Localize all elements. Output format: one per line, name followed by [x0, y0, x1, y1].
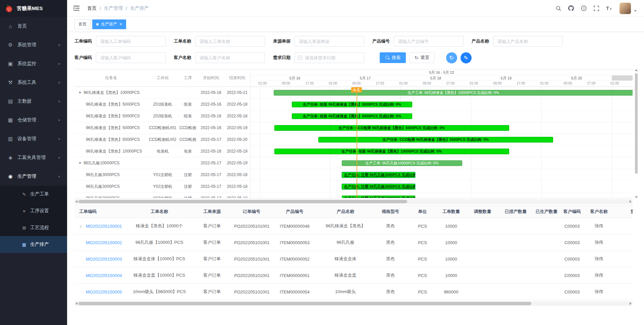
github-icon[interactable]	[568, 5, 574, 11]
help-icon[interactable]: ?	[581, 5, 587, 11]
sidebar-item[interactable]: ◉生产管理∧	[0, 167, 67, 186]
breadcrumb-item[interactable]: 首页	[87, 5, 97, 11]
sidebar-item[interactable]: ⚒系统工具∨	[0, 73, 67, 92]
gantt-horizontal-scrollbar[interactable]	[74, 199, 633, 204]
sidebar-subitem[interactable]: ▦生产排产	[0, 236, 67, 253]
gantt-task-bar[interactable]: 生产任务: 注塑 96孔孔板3000PCS 完成比例: 0%	[342, 172, 415, 178]
sidebar-item[interactable]: ▣系统监控∨	[0, 54, 67, 73]
breadcrumb-item[interactable]: 生产管理	[104, 5, 123, 11]
gantt-hour-label: 01:00	[399, 81, 408, 86]
orders-cell: MO202205150002	[74, 234, 127, 251]
gantt-cell: 2022-05-16	[198, 114, 224, 118]
filter-input[interactable]	[294, 36, 364, 47]
scroll-right-arrow-icon[interactable]	[630, 302, 632, 305]
orders-cell: 移液盒盒体	[319, 251, 372, 267]
gantt-task-bar[interactable]: 生产任务: 注塑 96孔孔板3000PCS 完成比例: 0%	[342, 184, 415, 189]
user-menu-caret-icon[interactable]	[634, 10, 637, 12]
tab-active[interactable]: 生产排产×	[92, 19, 126, 29]
edit-circle-button[interactable]: ✎	[461, 52, 472, 63]
gantt-order-bar[interactable]: 生产工单: 96孔孔板10000PCS 完成比例: 0%	[342, 160, 462, 166]
fullscreen-icon[interactable]	[594, 6, 599, 11]
filter-input[interactable]	[195, 52, 265, 63]
sidebar-item[interactable]: ▦仓储管理∨	[0, 111, 67, 129]
filter-input[interactable]	[96, 52, 166, 63]
orders-cell: 10000	[436, 234, 466, 251]
gantt-column-header: 工序	[178, 75, 198, 81]
gantt-day-label: 5月 17	[360, 75, 371, 81]
gantt-cell: 2022-05-16	[198, 125, 224, 130]
scrollbar-thumb[interactable]	[635, 73, 638, 174]
tab-close-icon[interactable]: ×	[119, 22, 122, 26]
refresh-circle-button[interactable]: ↻	[446, 52, 457, 63]
orders-cell: 202	[614, 218, 633, 234]
gantt-cell: 包装机	[148, 149, 178, 154]
scroll-right-arrow-icon[interactable]	[630, 200, 632, 203]
filter-input[interactable]	[493, 36, 563, 47]
tab-active-dot	[96, 23, 99, 25]
scrollbar-thumb[interactable]	[78, 200, 407, 203]
scrollbar-thumb[interactable]	[78, 302, 531, 305]
gear-icon: ⚙	[7, 42, 13, 48]
breadcrumb-item: 生产排产	[130, 5, 149, 11]
gantt-column-header: 任务名	[74, 75, 148, 81]
search-icon[interactable]	[556, 6, 561, 11]
gantt-task-bar[interactable]: 生产任务: 包装 96孔移液盒【黑色】10000PCS 完成比例: 0%	[274, 149, 509, 154]
filter-input[interactable]	[96, 36, 166, 47]
sidebar-item[interactable]: ⌂首页	[0, 17, 67, 36]
gantt-task-bar[interactable]: 生产任务: CCD检测 96孔移液盒【黑色】5000PCS 完成比例: 0%	[274, 125, 509, 131]
gantt-task-bar[interactable]: 生产任务: CCD检测 96孔移液盒【黑色】5000PCS 完成比例: 0%	[318, 137, 553, 143]
gantt-task-bar[interactable]: 生产任务: 组装 96孔移液盒【黑色】5000PCS 完成比例: 0%	[292, 113, 412, 119]
gantt-day-label: 5月 18	[430, 75, 441, 81]
scroll-left-arrow-icon[interactable]	[75, 302, 77, 305]
work-order-link[interactable]: MO202205150004	[86, 273, 122, 278]
sidebar-item[interactable]: ▥设备管理∨	[0, 129, 67, 148]
collapse-icon[interactable]: ▼	[78, 161, 82, 165]
orders-cell: 张伟	[584, 218, 614, 234]
orders-cell: 张伟	[584, 267, 614, 284]
orders-cell: 移液盒盒体【10000】PCS	[127, 251, 191, 267]
work-order-link[interactable]: MO202205150005	[86, 289, 122, 294]
sidebar-subitem[interactable]: ≡工序设置	[0, 203, 67, 219]
sidebar-toggle-icon[interactable]	[67, 6, 86, 11]
reset-button[interactable]: ↻重置	[409, 52, 435, 63]
monitor-icon: ▣	[7, 61, 13, 67]
app-logo[interactable]: 苦糖果MES	[0, 0, 67, 17]
scroll-down-arrow-icon[interactable]	[635, 196, 638, 198]
sidebar-item[interactable]: ◈工装夹具管理∨	[0, 148, 67, 167]
font-size-icon[interactable]: TT	[606, 6, 612, 11]
gantt-order-bar[interactable]: 生产工单: 96孔移液盒【黑色】10000PCS 完成比例: 0%	[274, 90, 633, 96]
gantt-cell: Z02组装机	[148, 113, 178, 119]
sidebar-item-label: 首页	[17, 23, 27, 29]
search-icon	[385, 55, 390, 60]
gantt-task-bar[interactable]: 生产任务: 组装 96孔移液盒【黑色】5000PCS 完成比例: 0%	[292, 102, 412, 107]
filter-input[interactable]	[394, 36, 464, 47]
scroll-up-arrow-icon[interactable]	[635, 69, 638, 71]
work-order-link[interactable]: MO202205150002	[86, 240, 122, 245]
work-order-link[interactable]: MO202205150003	[86, 257, 122, 262]
sidebar-item[interactable]: ▤主数据∨	[0, 92, 67, 111]
gantt-cell: 2022-05-18	[224, 114, 250, 118]
orders-cell	[499, 234, 533, 251]
tab[interactable]: 首页	[74, 19, 91, 29]
row-expand-icon[interactable]: ∨	[79, 224, 86, 229]
orders-cell: ITEM00000054	[270, 284, 319, 300]
search-button[interactable]: 搜索	[380, 52, 406, 63]
avatar[interactable]	[620, 3, 631, 14]
filter-input[interactable]	[195, 36, 265, 47]
gantt-cell: 包装	[178, 149, 198, 154]
sidebar-subitem[interactable]: ✎生产工单	[0, 186, 67, 203]
gantt-task-name: 96孔移液盒【黑色】5000PCS	[74, 102, 148, 107]
orders-row: MO202205150004移液盒盒盖【10000】PCS客户订单PO20220…	[74, 267, 633, 284]
gantt-task-bar[interactable]: 生产任务: 注塑 96孔孔板3000PCS 完成比例: 0%	[342, 196, 415, 198]
filter-label: 客户名称	[174, 55, 195, 61]
sidebar-subitem-label: 生产工单	[30, 191, 49, 197]
sidebar-item[interactable]: ⚙系统管理∨	[0, 36, 67, 54]
sidebar-subitem[interactable]: ⊞工艺流程	[0, 219, 67, 236]
work-order-link[interactable]: MO202205150001	[86, 224, 122, 229]
scroll-left-arrow-icon[interactable]	[75, 200, 77, 203]
chevron-down-icon: ∨	[58, 62, 60, 65]
gantt-vertical-scrollbar[interactable]	[635, 69, 638, 198]
table-horizontal-scrollbar[interactable]	[74, 301, 633, 306]
collapse-icon[interactable]: ▼	[78, 91, 82, 94]
demand-date-input[interactable]	[294, 52, 364, 63]
